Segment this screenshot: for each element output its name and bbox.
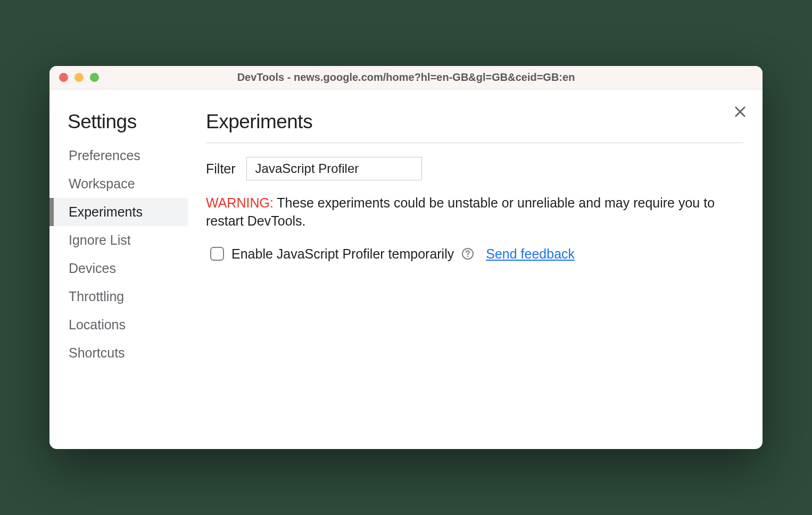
sidebar-item-preferences[interactable]: Preferences xyxy=(49,142,188,170)
sidebar-item-experiments[interactable]: Experiments xyxy=(49,198,188,226)
panel-title: Experiments xyxy=(206,111,743,143)
warning-text: These experiments could be unstable or u… xyxy=(206,195,715,228)
sidebar-item-label: Preferences xyxy=(69,148,140,163)
experiment-row: Enable JavaScript Profiler temporarily S… xyxy=(206,246,743,262)
sidebar-item-label: Experiments xyxy=(69,204,143,219)
sidebar-item-throttling[interactable]: Throttling xyxy=(49,283,188,311)
sidebar-title: Settings xyxy=(49,111,188,142)
svg-point-1 xyxy=(467,256,468,257)
sidebar-item-label: Workspace xyxy=(69,176,135,191)
settings-sidebar: Settings Preferences Workspace Experimen… xyxy=(49,89,188,449)
close-settings-button[interactable] xyxy=(733,104,748,119)
experiment-checkbox[interactable] xyxy=(210,247,224,261)
filter-input[interactable] xyxy=(246,157,422,180)
filter-row: Filter xyxy=(206,157,743,180)
sidebar-item-locations[interactable]: Locations xyxy=(49,311,188,339)
sidebar-item-workspace[interactable]: Workspace xyxy=(49,170,188,198)
close-icon xyxy=(733,104,748,119)
sidebar-item-label: Shortcuts xyxy=(69,345,125,360)
experiment-label: Enable JavaScript Profiler temporarily xyxy=(231,246,454,262)
sidebar-item-devices[interactable]: Devices xyxy=(49,254,188,283)
sidebar-item-shortcuts[interactable]: Shortcuts xyxy=(49,339,188,367)
title-bar: DevTools - news.google.com/home?hl=en-GB… xyxy=(49,66,763,89)
window-maximize-button[interactable] xyxy=(90,73,99,82)
window-body: Settings Preferences Workspace Experimen… xyxy=(49,89,763,449)
window-close-button[interactable] xyxy=(59,73,68,82)
send-feedback-link[interactable]: Send feedback xyxy=(486,246,575,262)
sidebar-item-label: Locations xyxy=(69,317,126,332)
sidebar-item-label: Throttling xyxy=(69,289,124,304)
window-title: DevTools - news.google.com/home?hl=en-GB… xyxy=(49,71,763,84)
warning-block: WARNING: These experiments could be unst… xyxy=(206,194,743,230)
help-icon[interactable] xyxy=(461,247,474,260)
sidebar-item-ignore-list[interactable]: Ignore List xyxy=(49,226,188,254)
sidebar-item-label: Ignore List xyxy=(69,232,131,247)
filter-label: Filter xyxy=(206,161,236,177)
main-panel: Experiments Filter WARNING: These experi… xyxy=(188,89,763,449)
devtools-window: DevTools - news.google.com/home?hl=en-GB… xyxy=(49,66,763,449)
sidebar-item-label: Devices xyxy=(69,261,116,276)
window-minimize-button[interactable] xyxy=(74,73,84,82)
traffic-lights xyxy=(59,73,99,82)
warning-label: WARNING: xyxy=(206,195,274,210)
